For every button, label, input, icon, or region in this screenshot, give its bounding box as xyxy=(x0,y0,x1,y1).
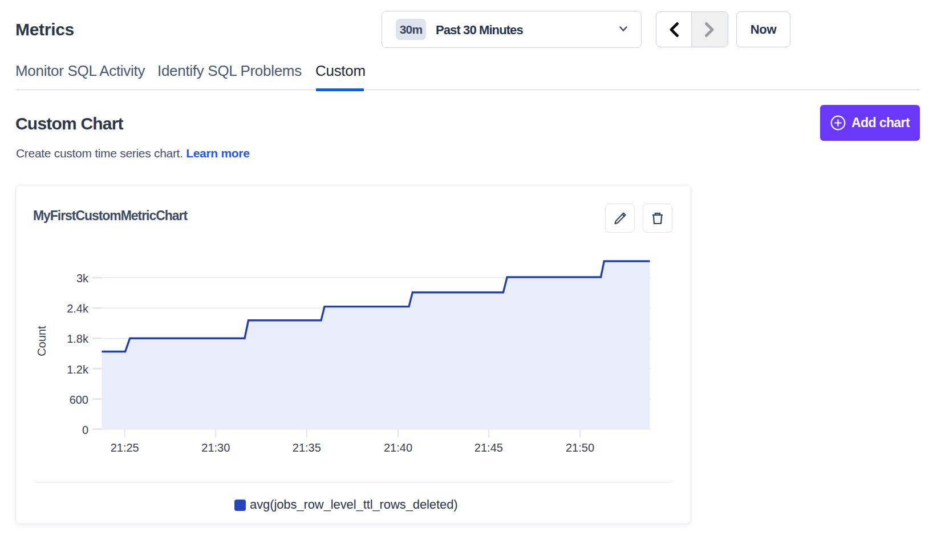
svg-text:600: 600 xyxy=(70,393,88,406)
svg-text:21:25: 21:25 xyxy=(111,441,139,454)
svg-text:0: 0 xyxy=(82,424,88,436)
svg-text:21:30: 21:30 xyxy=(201,441,230,454)
svg-text:21:40: 21:40 xyxy=(384,441,412,454)
svg-text:Count: Count xyxy=(35,326,48,356)
svg-text:1.8k: 1.8k xyxy=(67,332,89,345)
svg-text:21:45: 21:45 xyxy=(474,441,503,454)
svg-text:21:35: 21:35 xyxy=(293,441,321,454)
svg-text:2.4k: 2.4k xyxy=(67,302,89,315)
svg-text:1.2k: 1.2k xyxy=(67,363,89,376)
svg-text:3k: 3k xyxy=(76,272,89,285)
svg-text:21:50: 21:50 xyxy=(566,441,594,454)
